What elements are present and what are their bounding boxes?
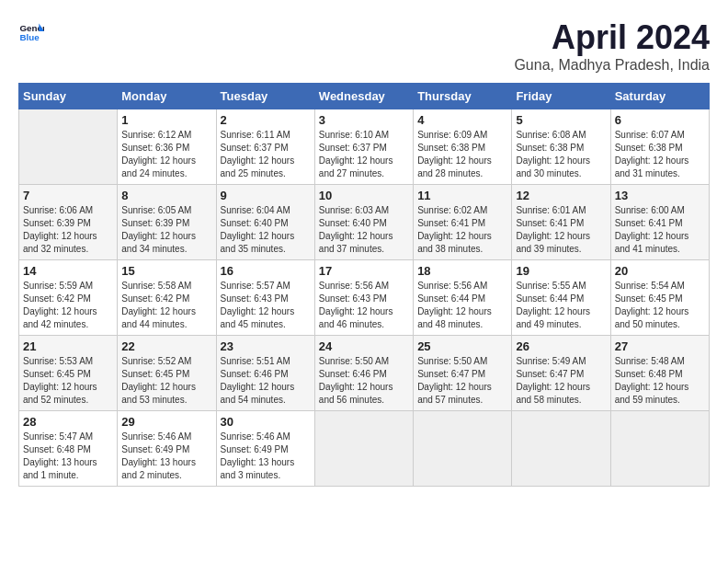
calendar-cell: 9 Sunrise: 6:04 AM Sunset: 6:40 PM Dayli… xyxy=(216,185,314,260)
day-number: 30 xyxy=(221,415,311,429)
calendar-cell xyxy=(414,411,512,487)
calendar-cell: 13 Sunrise: 6:00 AM Sunset: 6:41 PM Dayl… xyxy=(610,185,709,260)
day-detail: Sunrise: 5:50 AM Sunset: 6:46 PM Dayligh… xyxy=(319,355,409,407)
calendar-cell xyxy=(19,109,118,185)
day-detail: Sunrise: 6:05 AM Sunset: 6:39 PM Dayligh… xyxy=(121,204,211,256)
day-detail: Sunrise: 5:58 AM Sunset: 6:42 PM Dayligh… xyxy=(121,280,211,331)
day-detail: Sunrise: 6:11 AM Sunset: 6:37 PM Dayligh… xyxy=(221,129,311,180)
calendar-cell: 3 Sunrise: 6:10 AM Sunset: 6:37 PM Dayli… xyxy=(314,109,413,185)
calendar-cell: 5 Sunrise: 6:08 AM Sunset: 6:38 PM Dayli… xyxy=(512,109,610,185)
calendar-cell: 19 Sunrise: 5:55 AM Sunset: 6:44 PM Dayl… xyxy=(512,260,610,336)
calendar-cell: 14 Sunrise: 5:59 AM Sunset: 6:42 PM Dayl… xyxy=(19,260,118,336)
day-detail: Sunrise: 5:57 AM Sunset: 6:43 PM Dayligh… xyxy=(221,280,311,331)
day-number: 13 xyxy=(615,189,705,202)
calendar-cell: 21 Sunrise: 5:53 AM Sunset: 6:45 PM Dayl… xyxy=(19,336,118,411)
day-number: 5 xyxy=(516,113,606,127)
weekday-header-sunday: Sunday xyxy=(19,84,118,109)
day-number: 10 xyxy=(319,189,409,202)
day-detail: Sunrise: 5:51 AM Sunset: 6:46 PM Dayligh… xyxy=(221,355,311,407)
calendar-cell: 23 Sunrise: 5:51 AM Sunset: 6:46 PM Dayl… xyxy=(216,336,314,411)
calendar-cell: 10 Sunrise: 6:03 AM Sunset: 6:40 PM Dayl… xyxy=(314,185,413,260)
day-number: 24 xyxy=(319,339,409,353)
day-detail: Sunrise: 6:00 AM Sunset: 6:41 PM Dayligh… xyxy=(615,204,705,256)
calendar-cell: 12 Sunrise: 6:01 AM Sunset: 6:41 PM Dayl… xyxy=(512,185,610,260)
day-number: 17 xyxy=(319,264,409,278)
day-number: 4 xyxy=(417,113,507,127)
day-number: 3 xyxy=(319,113,409,127)
svg-text:Blue: Blue xyxy=(19,32,40,42)
calendar-cell: 8 Sunrise: 6:05 AM Sunset: 6:39 PM Dayli… xyxy=(118,185,216,260)
day-number: 25 xyxy=(417,339,507,353)
calendar-cell: 18 Sunrise: 5:56 AM Sunset: 6:44 PM Dayl… xyxy=(414,260,512,336)
day-detail: Sunrise: 6:02 AM Sunset: 6:41 PM Dayligh… xyxy=(417,204,507,256)
calendar-cell: 25 Sunrise: 5:50 AM Sunset: 6:47 PM Dayl… xyxy=(414,336,512,411)
calendar-cell: 2 Sunrise: 6:11 AM Sunset: 6:37 PM Dayli… xyxy=(216,109,314,185)
calendar-cell: 30 Sunrise: 5:46 AM Sunset: 6:49 PM Dayl… xyxy=(216,411,314,487)
day-detail: Sunrise: 6:07 AM Sunset: 6:38 PM Dayligh… xyxy=(615,129,705,180)
day-detail: Sunrise: 5:46 AM Sunset: 6:49 PM Dayligh… xyxy=(221,431,311,482)
day-detail: Sunrise: 6:03 AM Sunset: 6:40 PM Dayligh… xyxy=(319,204,409,256)
day-detail: Sunrise: 6:12 AM Sunset: 6:36 PM Dayligh… xyxy=(121,129,211,180)
day-number: 15 xyxy=(121,264,211,278)
day-number: 27 xyxy=(615,339,705,353)
weekday-header-saturday: Saturday xyxy=(610,84,709,109)
calendar-week-1: 1 Sunrise: 6:12 AM Sunset: 6:36 PM Dayli… xyxy=(19,109,710,185)
calendar-table: SundayMondayTuesdayWednesdayThursdayFrid… xyxy=(18,83,710,487)
day-detail: Sunrise: 5:50 AM Sunset: 6:47 PM Dayligh… xyxy=(417,355,507,407)
day-number: 26 xyxy=(516,339,606,353)
day-detail: Sunrise: 5:46 AM Sunset: 6:49 PM Dayligh… xyxy=(121,431,211,482)
weekday-header-wednesday: Wednesday xyxy=(314,84,413,109)
day-number: 23 xyxy=(221,339,311,353)
weekday-header-thursday: Thursday xyxy=(414,84,512,109)
day-number: 28 xyxy=(23,415,113,429)
day-number: 14 xyxy=(23,264,113,278)
weekday-header-tuesday: Tuesday xyxy=(216,84,314,109)
day-detail: Sunrise: 5:52 AM Sunset: 6:45 PM Dayligh… xyxy=(121,355,211,407)
calendar-cell: 29 Sunrise: 5:46 AM Sunset: 6:49 PM Dayl… xyxy=(118,411,216,487)
month-title: April 2024 xyxy=(514,18,710,57)
calendar-cell: 22 Sunrise: 5:52 AM Sunset: 6:45 PM Dayl… xyxy=(118,336,216,411)
day-detail: Sunrise: 5:59 AM Sunset: 6:42 PM Dayligh… xyxy=(23,280,113,331)
day-detail: Sunrise: 6:08 AM Sunset: 6:38 PM Dayligh… xyxy=(516,129,606,180)
logo: General Blue xyxy=(18,18,44,44)
logo-icon: General Blue xyxy=(18,18,44,44)
day-number: 18 xyxy=(417,264,507,278)
calendar-header: SundayMondayTuesdayWednesdayThursdayFrid… xyxy=(19,84,710,109)
weekday-header-friday: Friday xyxy=(512,84,610,109)
calendar-cell: 15 Sunrise: 5:58 AM Sunset: 6:42 PM Dayl… xyxy=(118,260,216,336)
day-number: 8 xyxy=(121,189,211,202)
calendar-cell xyxy=(610,411,709,487)
day-number: 9 xyxy=(221,189,311,202)
calendar-cell: 6 Sunrise: 6:07 AM Sunset: 6:38 PM Dayli… xyxy=(610,109,709,185)
location-title: Guna, Madhya Pradesh, India xyxy=(514,57,710,74)
day-number: 19 xyxy=(516,264,606,278)
calendar-cell xyxy=(512,411,610,487)
day-number: 29 xyxy=(121,415,211,429)
calendar-cell: 4 Sunrise: 6:09 AM Sunset: 6:38 PM Dayli… xyxy=(414,109,512,185)
calendar-week-3: 14 Sunrise: 5:59 AM Sunset: 6:42 PM Dayl… xyxy=(19,260,710,336)
day-number: 11 xyxy=(417,189,507,202)
title-area: April 2024 Guna, Madhya Pradesh, India xyxy=(514,18,710,74)
day-detail: Sunrise: 6:06 AM Sunset: 6:39 PM Dayligh… xyxy=(23,204,113,256)
calendar-cell: 11 Sunrise: 6:02 AM Sunset: 6:41 PM Dayl… xyxy=(414,185,512,260)
calendar-cell: 1 Sunrise: 6:12 AM Sunset: 6:36 PM Dayli… xyxy=(118,109,216,185)
day-detail: Sunrise: 5:56 AM Sunset: 6:44 PM Dayligh… xyxy=(417,280,507,331)
day-number: 6 xyxy=(615,113,705,127)
day-number: 12 xyxy=(516,189,606,202)
day-detail: Sunrise: 6:04 AM Sunset: 6:40 PM Dayligh… xyxy=(221,204,311,256)
day-detail: Sunrise: 6:01 AM Sunset: 6:41 PM Dayligh… xyxy=(516,204,606,256)
calendar-cell: 26 Sunrise: 5:49 AM Sunset: 6:47 PM Dayl… xyxy=(512,336,610,411)
day-number: 20 xyxy=(615,264,705,278)
day-detail: Sunrise: 6:10 AM Sunset: 6:37 PM Dayligh… xyxy=(319,129,409,180)
day-detail: Sunrise: 6:09 AM Sunset: 6:38 PM Dayligh… xyxy=(417,129,507,180)
day-number: 22 xyxy=(121,339,211,353)
day-number: 7 xyxy=(23,189,113,202)
day-detail: Sunrise: 5:54 AM Sunset: 6:45 PM Dayligh… xyxy=(615,280,705,331)
calendar-cell: 27 Sunrise: 5:48 AM Sunset: 6:48 PM Dayl… xyxy=(610,336,709,411)
calendar-cell: 16 Sunrise: 5:57 AM Sunset: 6:43 PM Dayl… xyxy=(216,260,314,336)
calendar-week-5: 28 Sunrise: 5:47 AM Sunset: 6:48 PM Dayl… xyxy=(19,411,710,487)
day-detail: Sunrise: 5:55 AM Sunset: 6:44 PM Dayligh… xyxy=(516,280,606,331)
day-detail: Sunrise: 5:53 AM Sunset: 6:45 PM Dayligh… xyxy=(23,355,113,407)
calendar-cell xyxy=(314,411,413,487)
weekday-header-monday: Monday xyxy=(118,84,216,109)
